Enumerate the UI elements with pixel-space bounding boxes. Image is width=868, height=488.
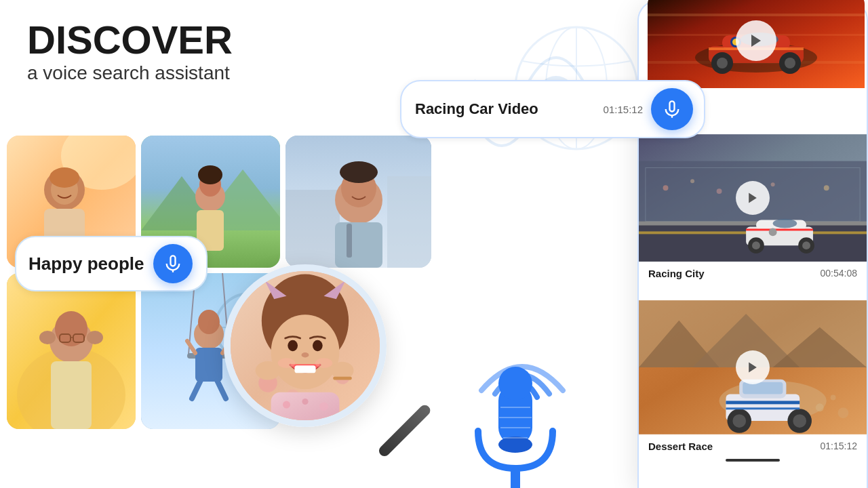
svg-point-63 — [315, 358, 333, 368]
dessert-race-play[interactable] — [736, 350, 770, 384]
svg-point-116 — [717, 188, 722, 194]
happy-people-text: Happy people — [28, 253, 144, 274]
svg-point-37 — [87, 331, 103, 344]
svg-point-70 — [283, 401, 290, 409]
magnifier-circle — [224, 264, 387, 427]
main-subtitle: a voice search assistant — [27, 62, 233, 84]
svg-point-47 — [198, 310, 220, 334]
svg-rect-133 — [726, 401, 800, 404]
svg-point-94 — [785, 58, 795, 68]
svg-point-58 — [288, 340, 298, 352]
top-video-peek — [648, 0, 865, 88]
svg-rect-27 — [347, 224, 352, 258]
svg-point-71 — [302, 399, 308, 405]
happy-mic-button[interactable] — [153, 244, 193, 283]
svg-point-12 — [50, 167, 79, 188]
svg-point-113 — [769, 228, 777, 236]
svg-point-107 — [773, 219, 797, 228]
svg-point-114 — [663, 185, 669, 190]
racing-city-time: 00:54:08 — [821, 268, 858, 279]
svg-point-137 — [838, 407, 849, 418]
play-icon — [746, 191, 760, 205]
svg-rect-46 — [195, 348, 222, 382]
svg-rect-69 — [271, 392, 340, 420]
svg-rect-84 — [648, 14, 865, 16]
svg-point-109 — [752, 241, 760, 249]
racing-car-text: Racing Car Video — [415, 100, 595, 118]
svg-marker-98 — [751, 35, 761, 47]
svg-rect-22 — [285, 190, 340, 268]
left-section: DISCOVER a voice search assistant — [0, 0, 475, 488]
svg-rect-134 — [726, 407, 800, 409]
svg-point-136 — [831, 395, 836, 401]
svg-point-135 — [816, 403, 824, 411]
racing-city-thumb — [639, 134, 867, 262]
svg-rect-66 — [333, 377, 352, 380]
svg-point-117 — [771, 182, 775, 186]
racing-city-title: Racing City — [648, 268, 705, 279]
svg-point-92 — [717, 58, 728, 68]
svg-rect-104 — [639, 222, 867, 226]
svg-point-26 — [340, 161, 378, 183]
happy-people-search-bar[interactable]: Happy people — [15, 236, 208, 291]
dessert-race-time: 01:15:12 — [821, 441, 858, 452]
play-icon — [746, 361, 760, 374]
racing-mic-button[interactable] — [651, 88, 693, 130]
racing-car-search-bar[interactable]: Racing Car Video 01:15:12 — [400, 80, 705, 138]
dessert-race-thumb — [639, 300, 867, 435]
svg-point-65 — [332, 362, 354, 380]
svg-point-132 — [793, 414, 806, 428]
photo-woman-laughing — [7, 273, 136, 429]
svg-rect-31 — [51, 361, 92, 429]
svg-rect-112 — [746, 228, 813, 230]
right-section: Racing Car Video 01:15:12 — [475, 0, 868, 488]
dessert-race-title: Dessert Race — [648, 441, 713, 452]
svg-point-64 — [256, 361, 281, 380]
racing-city-play[interactable] — [736, 181, 770, 215]
svg-point-19 — [198, 165, 222, 184]
main-title: DISCOVER — [27, 20, 233, 60]
top-video-play[interactable] — [736, 20, 776, 61]
phone-bottom-indicator — [726, 459, 780, 462]
svg-point-118 — [824, 185, 829, 190]
video-racing-city: Racing City 00:54:08 — [639, 134, 867, 285]
svg-point-36 — [39, 331, 56, 344]
magnifier-handle — [377, 403, 433, 458]
svg-marker-119 — [749, 193, 757, 203]
svg-point-130 — [732, 414, 746, 428]
headline-area: DISCOVER a voice search assistant — [27, 20, 233, 84]
svg-point-72 — [319, 402, 328, 411]
svg-point-115 — [690, 179, 694, 183]
racing-city-info: Racing City 00:54:08 — [639, 262, 867, 285]
microphone-icon — [163, 254, 182, 273]
video-dessert-race: Dessert Race 01:15:12 — [639, 300, 867, 462]
dessert-race-info: Dessert Race 01:15:12 — [639, 435, 867, 456]
svg-rect-21 — [387, 176, 431, 268]
microphone-icon-racing — [663, 100, 682, 119]
svg-rect-61 — [294, 365, 315, 373]
play-icon — [748, 33, 764, 49]
svg-marker-138 — [749, 363, 757, 373]
svg-point-62 — [278, 358, 296, 368]
svg-point-57 — [271, 314, 340, 389]
svg-point-111 — [802, 241, 810, 249]
racing-car-time: 01:15:12 — [604, 104, 643, 115]
svg-point-59 — [313, 340, 323, 352]
svg-point-60 — [302, 352, 309, 357]
photo-man-smiling — [285, 136, 431, 268]
magnifier — [224, 264, 414, 454]
svg-rect-24 — [335, 222, 382, 268]
